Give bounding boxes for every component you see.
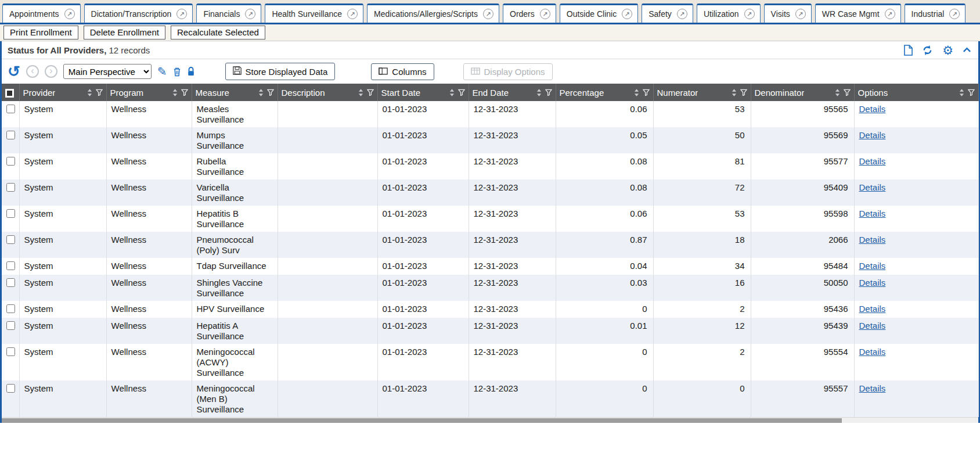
store-displayed-data-button[interactable]: Store Displayed Data (225, 63, 336, 80)
column-header[interactable]: Denominator (751, 84, 854, 101)
module-tab[interactable]: Visits ↗ (764, 3, 812, 23)
cell-percentage: 0.06 (556, 101, 653, 127)
open-in-new-icon[interactable]: ↗ (677, 9, 687, 19)
open-in-new-icon[interactable]: ↗ (347, 9, 358, 19)
details-link[interactable]: Details (859, 130, 886, 140)
row-checkbox[interactable] (6, 183, 15, 192)
open-in-new-icon[interactable]: ↗ (622, 9, 632, 19)
sort-icon[interactable] (172, 89, 178, 96)
details-link[interactable]: Details (859, 304, 886, 314)
row-checkbox[interactable] (6, 209, 15, 218)
new-document-icon[interactable] (904, 45, 913, 56)
column-header[interactable]: Percentage (556, 84, 653, 101)
open-in-new-icon[interactable]: ↗ (245, 9, 255, 19)
module-tab[interactable]: Orders ↗ (503, 3, 556, 23)
perspective-select[interactable]: Main Perspective (63, 64, 152, 79)
row-checkbox[interactable] (6, 347, 15, 356)
row-checkbox[interactable] (6, 321, 15, 330)
column-header[interactable]: Program (106, 84, 192, 101)
sort-icon[interactable] (87, 89, 92, 96)
details-link[interactable]: Details (859, 104, 886, 114)
undo-icon[interactable]: ↺ (8, 64, 20, 79)
details-link[interactable]: Details (859, 383, 886, 393)
details-link[interactable]: Details (859, 156, 886, 166)
module-tab[interactable]: Medications/Allergies/Scripts ↗ (367, 3, 499, 23)
module-tab[interactable]: Health Surveillance ↗ (265, 3, 363, 23)
open-in-new-icon[interactable]: ↗ (540, 9, 550, 19)
filter-icon[interactable] (367, 89, 374, 96)
open-in-new-icon[interactable]: ↗ (483, 9, 493, 19)
module-tab[interactable]: Safety ↗ (642, 3, 693, 23)
sort-icon[interactable] (732, 89, 737, 96)
details-link[interactable]: Details (859, 321, 886, 331)
scrollbar-thumb[interactable] (2, 418, 842, 423)
module-tab[interactable]: Financials ↗ (196, 3, 261, 23)
details-link[interactable]: Details (859, 347, 886, 357)
row-checkbox[interactable] (6, 261, 15, 270)
sort-icon[interactable] (536, 89, 542, 96)
next-button[interactable]: › (45, 65, 57, 78)
filter-icon[interactable] (968, 89, 975, 96)
gear-icon[interactable]: ⚙ (942, 44, 953, 56)
filter-icon[interactable] (545, 89, 552, 96)
trash-icon[interactable] (173, 67, 181, 77)
display-options-button[interactable]: Display Options (463, 63, 553, 80)
open-in-new-icon[interactable]: ↗ (795, 9, 806, 19)
column-header[interactable]: Options (854, 84, 978, 101)
column-header[interactable]: Measure (192, 84, 278, 101)
module-tab[interactable]: Industrial ↗ (905, 3, 966, 23)
collapse-icon[interactable] (963, 47, 971, 53)
recalculate-selected-button[interactable]: Recalculate Selected (171, 26, 265, 40)
row-checkbox[interactable] (6, 105, 15, 113)
refresh-icon[interactable] (922, 45, 933, 56)
column-header[interactable]: End Date (469, 84, 556, 101)
row-checkbox[interactable] (6, 278, 15, 287)
details-link[interactable]: Details (859, 235, 886, 245)
lock-icon[interactable] (187, 66, 195, 77)
sort-icon[interactable] (959, 89, 964, 96)
filter-icon[interactable] (96, 89, 103, 96)
filter-icon[interactable] (844, 89, 851, 96)
filter-icon[interactable] (740, 89, 747, 96)
module-tab[interactable]: Appointments ↗ (2, 3, 81, 23)
details-link[interactable]: Details (859, 261, 886, 271)
delete-enrollment-button[interactable]: Delete Enrollment (84, 26, 165, 40)
details-link[interactable]: Details (859, 182, 886, 192)
open-in-new-icon[interactable]: ↗ (885, 9, 895, 19)
module-tab[interactable]: Dictation/Transcription ↗ (84, 3, 193, 23)
module-tab[interactable]: WR Case Mgmt ↗ (815, 3, 901, 23)
sort-icon[interactable] (634, 89, 639, 96)
details-link[interactable]: Details (859, 209, 886, 218)
previous-button[interactable]: ‹ (26, 65, 39, 78)
sort-icon[interactable] (358, 89, 363, 96)
column-header[interactable]: Description (278, 84, 377, 101)
column-header[interactable]: Provider (19, 84, 106, 101)
open-in-new-icon[interactable]: ↗ (64, 9, 75, 19)
columns-label: Columns (392, 67, 426, 77)
horizontal-scrollbar[interactable] (2, 417, 978, 423)
print-enrollment-button[interactable]: Print Enrollment (3, 26, 78, 40)
filter-icon[interactable] (643, 89, 650, 96)
column-header[interactable]: Numerator (653, 84, 751, 101)
row-checkbox[interactable] (6, 304, 15, 313)
sort-icon[interactable] (258, 89, 264, 96)
row-checkbox[interactable] (6, 157, 15, 166)
row-checkbox[interactable] (6, 235, 15, 244)
filter-icon[interactable] (181, 89, 188, 96)
filter-icon[interactable] (267, 89, 274, 96)
details-link[interactable]: Details (859, 278, 886, 288)
module-tab[interactable]: Outside Clinic ↗ (560, 3, 638, 23)
column-header[interactable]: Start Date (377, 84, 469, 101)
open-in-new-icon[interactable]: ↗ (744, 9, 755, 19)
row-checkbox[interactable] (6, 384, 15, 393)
sort-icon[interactable] (835, 89, 840, 96)
row-checkbox[interactable] (6, 131, 15, 139)
pencil-icon[interactable]: ✎ (157, 66, 167, 77)
open-in-new-icon[interactable]: ↗ (176, 9, 187, 19)
select-all-checkbox[interactable] (5, 89, 14, 98)
module-tab[interactable]: Utilization ↗ (697, 3, 761, 23)
open-in-new-icon[interactable]: ↗ (949, 9, 960, 19)
sort-icon[interactable] (449, 89, 455, 96)
columns-button[interactable]: Columns (371, 63, 434, 80)
filter-icon[interactable] (458, 89, 465, 96)
